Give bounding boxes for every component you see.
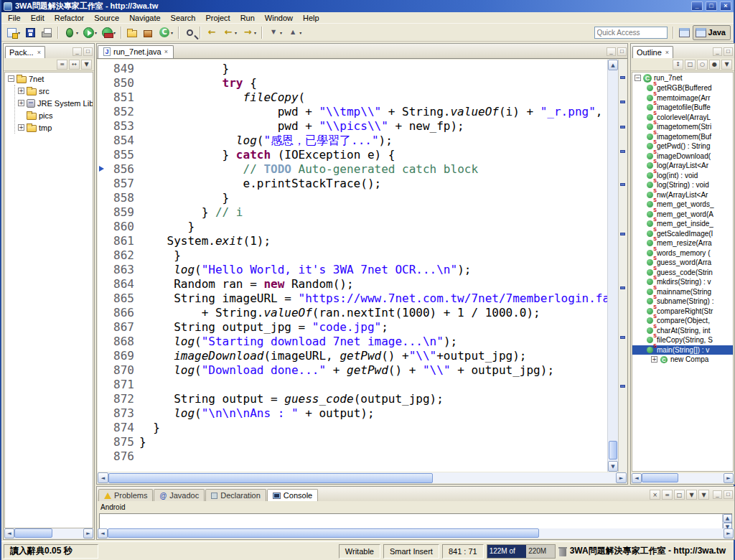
package-explorer-hscrollbar[interactable]: ◄ ►	[4, 528, 93, 538]
outline-item-guess-code-strin[interactable]: guess_code(Strin	[632, 268, 733, 278]
outline-item-imagetomem-stri[interactable]: imagetomem(Stri	[632, 122, 733, 132]
outline-item-memtoimage-arr[interactable]: memtoimage(Arr	[632, 93, 733, 103]
hide-static-button[interactable]: ○	[697, 60, 708, 70]
display-selected-console-button[interactable]: ▼	[686, 490, 697, 500]
collapse-icon[interactable]: −	[8, 75, 14, 82]
package-explorer-tab[interactable]: Pack... ×	[5, 46, 45, 58]
outline-item-imagedownload-[interactable]: imageDownload(	[632, 151, 733, 162]
menu-file[interactable]: File	[3, 13, 26, 23]
outline-item-compareright-str[interactable]: compareRight(Str	[632, 307, 733, 317]
close-window-button[interactable]: ×	[720, 1, 731, 11]
clear-console-button[interactable]: ×	[650, 490, 660, 500]
tab-declaration[interactable]: Declaration	[205, 489, 266, 501]
open-console-button[interactable]: ▼	[698, 490, 709, 500]
garbage-collect-icon[interactable]	[558, 546, 567, 556]
outline-item-mem-get-inside-[interactable]: mem_get_inside_	[632, 219, 733, 229]
collapse-icon[interactable]: −	[635, 75, 641, 81]
scroll-left-icon[interactable]: ◄	[98, 472, 108, 483]
outline-item-words-memory-[interactable]: words_memory (	[632, 248, 733, 258]
outline-item-compare-object-[interactable]: compare(Object,	[632, 316, 733, 326]
editor-vertical-scrollbar[interactable]: ▲ ▼	[607, 60, 618, 472]
outline-item-getscaledimage-i[interactable]: getScaledImage(I	[632, 229, 733, 239]
scrollbar-thumb[interactable]	[14, 528, 52, 538]
link-with-editor-button[interactable]: ↔	[69, 60, 80, 70]
outline-item-mem-resize-arra[interactable]: mem_resize(Arra	[632, 238, 733, 248]
collapse-all-button[interactable]: ≡	[57, 60, 67, 70]
overview-ruler[interactable]	[618, 60, 627, 472]
scroll-down-icon[interactable]: ▼	[608, 461, 618, 472]
outline-item-getrgb-buffered[interactable]: getRGB(Buffered	[632, 83, 733, 93]
outline-tab[interactable]: Outline ×	[632, 46, 673, 58]
scroll-right-icon[interactable]: ►	[724, 528, 734, 538]
scroll-left-icon[interactable]: ◄	[98, 528, 108, 538]
minimize-editor-button[interactable]: _	[607, 47, 616, 56]
outline-item-mem-get-word-a[interactable]: mem_get_word(A	[632, 210, 733, 220]
editor-tab-run-7net[interactable]: run_7net.java ×	[98, 45, 174, 58]
view-menu-button[interactable]: ▼	[81, 60, 92, 70]
outline-item-nw-arraylist-ar[interactable]: nw(ArrayList<Ar	[632, 190, 733, 200]
scrollbar-thumb[interactable]	[609, 441, 617, 459]
outline-item-imagetomem-buf[interactable]: imagetomem(Buf	[632, 132, 733, 142]
external-tools-button[interactable]: ▾	[100, 25, 118, 40]
code-area[interactable]: } try { fileCopy( pwd + "\\tmp\\" + Stri…	[139, 60, 607, 472]
sort-button[interactable]: ↕	[673, 60, 683, 70]
maximize-view-button[interactable]: □	[724, 47, 733, 56]
scroll-right-icon[interactable]: ►	[724, 473, 734, 483]
minimize-view-button[interactable]: _	[72, 47, 82, 56]
last-edit-location-button[interactable]: ←	[204, 25, 220, 40]
console-hscrollbar[interactable]: ◄ ►	[98, 528, 734, 538]
outline-item-colorlevel-arrayl[interactable]: colorlevel(ArrayL	[632, 113, 733, 123]
outline-item-log-int-void[interactable]: log(int) : void	[632, 171, 733, 181]
scrollbar-track[interactable]	[608, 70, 618, 461]
menu-edit[interactable]: Edit	[26, 13, 50, 23]
expand-icon[interactable]: +	[651, 356, 657, 363]
outline-item-mem-get-words-[interactable]: mem_get_words_	[632, 200, 733, 210]
debug-button[interactable]: ▾	[62, 25, 80, 40]
hide-nonpublic-button[interactable]: ●	[709, 60, 720, 70]
scroll-right-icon[interactable]: ►	[616, 472, 627, 483]
open-perspective-icon[interactable]	[679, 28, 690, 37]
close-tab-icon[interactable]: ×	[164, 48, 168, 55]
run-button[interactable]: ▾	[81, 25, 99, 40]
outline-item-mkdirs-string-v[interactable]: mkdirs(String) : v	[632, 277, 733, 287]
outline-item-imagetofile-buffe[interactable]: imagetofile(Buffe	[632, 103, 733, 113]
save-button[interactable]	[23, 25, 38, 40]
outline-item-charat-string-int[interactable]: charAt(String, int	[632, 326, 733, 336]
view-menu-button[interactable]: ▼	[721, 60, 732, 70]
menu-navigate[interactable]: Navigate	[124, 13, 165, 23]
tab-console[interactable]: Console	[267, 489, 318, 501]
new-package-button[interactable]	[140, 25, 156, 40]
outline-item-guess-word-arra[interactable]: guess_word(Arra	[632, 258, 733, 268]
outline-item-mainname-string[interactable]: mainname(String	[632, 287, 733, 297]
minimize-window-button[interactable]: _	[691, 1, 703, 11]
previous-annotation-button[interactable]: ▲▾	[285, 25, 304, 40]
menu-project[interactable]: Project	[200, 13, 235, 23]
tree-item-tmp[interactable]: +tmp	[15, 121, 93, 134]
expand-icon[interactable]: +	[18, 124, 24, 131]
maximize-editor-button[interactable]: □	[617, 47, 627, 56]
outline-tree[interactable]: − run_7net getRGB(Bufferedmemtoimage(Arr…	[632, 72, 734, 472]
outline-item-getpwd-string[interactable]: getPwd() : String	[632, 141, 733, 151]
next-annotation-button[interactable]: ▼▾	[266, 25, 284, 40]
close-view-icon[interactable]: ×	[37, 49, 41, 56]
maximize-window-button[interactable]: □	[706, 1, 717, 11]
print-button[interactable]	[39, 25, 55, 40]
hide-fields-button[interactable]: □	[685, 60, 696, 70]
maximize-view-button[interactable]: □	[724, 490, 733, 499]
editor-horizontal-scrollbar[interactable]: ◄ ►	[98, 472, 627, 483]
tree-item-pics[interactable]: pics	[15, 109, 93, 121]
menu-search[interactable]: Search	[166, 13, 201, 23]
scroll-left-icon[interactable]: ◄	[4, 528, 14, 538]
scrollbar-thumb[interactable]	[108, 528, 539, 538]
outline-item-new-compa[interactable]: +new Compa	[632, 355, 733, 365]
tree-item-jre-system-lib[interactable]: +JRE System Lib	[15, 97, 93, 109]
java-perspective-button[interactable]: Java	[693, 25, 731, 40]
outline-root-item[interactable]: − run_7net	[632, 73, 733, 83]
search-button[interactable]	[182, 25, 197, 40]
new-wizard-button[interactable]: ▾	[4, 25, 22, 40]
outline-item-filecopy-string-s[interactable]: fileCopy(String, S	[632, 335, 733, 345]
quick-access-input[interactable]	[594, 27, 668, 39]
maximize-view-button[interactable]: □	[83, 47, 93, 56]
package-explorer-tree[interactable]: − 7net +src+JRE System Libpics+tmp	[4, 72, 93, 528]
scrollbar-thumb[interactable]	[642, 473, 678, 482]
